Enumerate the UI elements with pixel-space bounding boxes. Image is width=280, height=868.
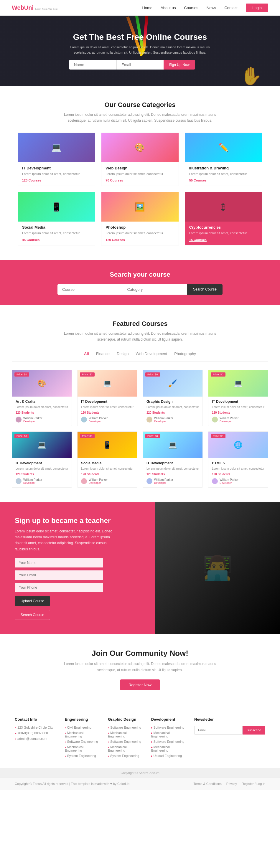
course-card-7[interactable]: Price: $0 🌐 HTML 5 Lorem ipsum dolor sit… — [208, 431, 268, 488]
course-students-3: 120 Students — [212, 411, 265, 414]
nav-news[interactable]: News — [207, 6, 216, 10]
footer-graphic-item-2[interactable]: Software Engineering — [108, 740, 142, 743]
category-card-illustration[interactable]: ✏️ Illustration & Drawing Lorem ipsum do… — [185, 132, 262, 186]
course-card-1[interactable]: Price: $0 💻 IT Development Lorem ipsum d… — [77, 370, 137, 426]
tab-design[interactable]: Design — [117, 351, 128, 358]
category-card-social[interactable]: 📱 Social Media Lorem ipsum dolor sit ame… — [18, 192, 95, 245]
newsletter-email-input[interactable] — [194, 726, 243, 735]
category-card-web-design[interactable]: 🎨 Web Design Lorem ipsum dolor sit amet,… — [101, 132, 179, 186]
tab-web-development[interactable]: Web Development — [135, 351, 167, 358]
hero-signup-button[interactable]: Sign Up Now — [163, 60, 195, 69]
footer-dev-item-2[interactable]: Software Engineering — [151, 740, 185, 743]
course-image-7: Price: $0 🌐 — [208, 432, 268, 458]
course-author-0: William Parker Developer — [15, 416, 68, 423]
category-title: Photoshop — [105, 225, 174, 229]
price-badge-0: Price: $0 — [14, 372, 29, 376]
course-card-6[interactable]: Price: $0 💻 IT Development Lorem ipsum d… — [143, 431, 203, 488]
footer-graphic-item-1[interactable]: Mechanical Engineering — [108, 731, 142, 738]
course-image-6: Price: $0 💻 — [143, 432, 203, 458]
search-form: Search Course — [58, 284, 222, 294]
footer-eng-item-2[interactable]: Software Engineering — [65, 740, 99, 743]
footer-dev-item-0[interactable]: Software Engineering — [151, 726, 185, 729]
tab-finance[interactable]: Finance — [96, 351, 110, 358]
newsletter-subscribe-button[interactable]: Subscribe — [243, 726, 265, 735]
search-course-input[interactable] — [58, 284, 122, 294]
teacher-email-input[interactable] — [15, 570, 103, 580]
teacher-name-input[interactable] — [15, 558, 103, 567]
footer-eng-item-3[interactable]: Mechanical Engineering — [65, 745, 99, 752]
footer-privacy-link[interactable]: Privacy — [226, 782, 237, 785]
course-card-0[interactable]: Price: $0 🎨 Art & Crafts Lorem ipsum dol… — [12, 370, 72, 426]
author-name-2: William Parker — [154, 416, 173, 420]
course-title-7: HTML 5 — [212, 461, 265, 465]
category-desc: Lorem ipsum dolor sit amet, consectetur — [105, 231, 174, 236]
footer-eng-item-4[interactable]: System Engineering — [65, 754, 99, 757]
course-card-4[interactable]: Price: $0 💻 IT Development Lorem ipsum d… — [12, 431, 72, 488]
course-title-4: IT Development — [15, 461, 68, 465]
featured-title: Featured Courses — [12, 320, 268, 328]
footer-graphic-item-4[interactable]: System Engineering — [108, 754, 142, 757]
category-desc: Lorem ipsum dolor sit amet, consectetur — [22, 231, 91, 236]
nav-courses[interactable]: Courses — [184, 6, 198, 10]
footer-graphic-item-3[interactable]: Mechanical Engineering — [108, 745, 142, 752]
featured-tabs: All Finance Design Web Development Photo… — [12, 351, 268, 362]
course-title-2: Graphic Design — [147, 400, 199, 404]
category-card-crypto[interactable]: ₿ Cryptocurrencies Lorem ipsum dolor sit… — [185, 192, 262, 245]
footer-eng-item-1[interactable]: Mechanical Engineering — [65, 731, 99, 738]
footer-copyright-bar: Copyright © ShareCode.vn — [0, 768, 280, 778]
nav-about[interactable]: About us — [161, 6, 176, 10]
author-role-0: Developer — [23, 420, 42, 423]
search-button[interactable]: Search Course — [187, 284, 222, 294]
author-avatar-6 — [147, 478, 152, 484]
footer-dev-item-3[interactable]: Mechanical Engineering — [151, 745, 185, 752]
category-card-photoshop[interactable]: 🖼️ Photoshop Lorem ipsum dolor sit amet,… — [101, 192, 179, 245]
hero-name-input[interactable] — [69, 60, 117, 69]
footer-register-link[interactable]: Register / Log in — [242, 782, 265, 785]
upload-course-button[interactable]: Upload Course — [15, 596, 50, 606]
register-button[interactable]: Register Now — [120, 679, 160, 690]
footer-newsletter-title: Newsletter — [194, 717, 265, 721]
course-card-3[interactable]: Price: $0 💻 IT Development Lorem ipsum d… — [208, 370, 268, 426]
teacher-phone-input[interactable] — [15, 583, 103, 592]
nav-home[interactable]: Home — [142, 6, 152, 10]
footer-dev-item-4[interactable]: Upload Engineering — [151, 754, 185, 757]
footer: Contact Info ▸ 123 Goldshire Circle City… — [0, 705, 280, 789]
copyright-text: Copyright © ShareCode.vn — [121, 771, 159, 775]
login-button[interactable]: Login — [246, 3, 268, 12]
search-category-input[interactable] — [122, 284, 187, 294]
footer-dev-item-1[interactable]: Mechanical Engineering — [151, 731, 185, 738]
footer-graphic: Graphic Design Software Engineering Mech… — [108, 717, 142, 759]
course-title-3: IT Development — [212, 400, 265, 404]
course-author-5: William Parker Developer — [81, 478, 133, 485]
course-desc-0: Lorem ipsum dolor sit amet, consectetur — [15, 405, 68, 409]
author-role-3: Developer — [220, 420, 239, 423]
category-card-it-dev[interactable]: 💻 IT Development Lorem ipsum dolor sit a… — [18, 132, 95, 186]
footer-contact: Contact Info ▸ 123 Goldshire Circle City… — [15, 717, 56, 759]
price-badge-6: Price: $0 — [145, 434, 160, 438]
hero-form: Sign Up Now — [69, 60, 211, 69]
teacher-form: Upload Course Search Course — [15, 558, 103, 620]
course-image-3: Price: $0 💻 — [208, 370, 268, 397]
course-card-2[interactable]: Price: $0 🖌️ Graphic Design Lorem ipsum … — [143, 370, 203, 426]
search-course-button[interactable]: Search Course — [15, 610, 50, 620]
search-section: Search your course Search Course — [0, 260, 280, 305]
teacher-section: Sign up to became a teacher Lorem ipsum … — [0, 502, 280, 634]
course-card-5[interactable]: Price: $0 📱 Socia Media Lorem ipsum dolo… — [77, 431, 137, 488]
hero-email-input[interactable] — [117, 60, 163, 69]
featured-section: Featured Courses Lorem ipsum dolor sit a… — [0, 305, 280, 502]
course-students-1: 120 Students — [81, 411, 133, 414]
course-desc-7: Lorem ipsum dolor sit amet, consectetur — [212, 466, 265, 471]
courses-grid: Price: $0 🎨 Art & Crafts Lorem ipsum dol… — [12, 370, 268, 488]
category-image-photoshop: 🖼️ — [101, 192, 178, 222]
nav-contact[interactable]: Contact — [224, 6, 238, 10]
category-image-social: 📱 — [18, 192, 95, 222]
footer-terms-link[interactable]: Terms & Conditions — [193, 782, 221, 785]
author-name-5: William Parker — [89, 478, 107, 482]
tab-photography[interactable]: Photography — [174, 351, 196, 358]
footer-eng-item-0[interactable]: Civil Engineering — [65, 726, 99, 729]
course-desc-3: Lorem ipsum dolor sit amet, consectetur — [212, 405, 265, 409]
tab-all[interactable]: All — [84, 351, 89, 358]
footer-graphic-item-0[interactable]: Software Engineering — [108, 726, 142, 729]
footer-bottom-copyright: Copyright © Focus All rights reserved | … — [15, 782, 129, 785]
category-courses: 55 Courses — [189, 179, 258, 182]
